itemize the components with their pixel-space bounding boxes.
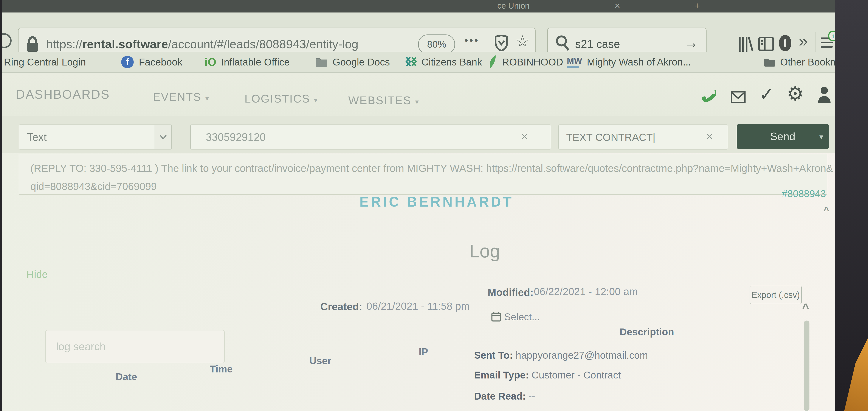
log-title: Log [469, 240, 500, 262]
new-tab-icon[interactable]: + [694, 0, 700, 11]
scroll-up-icon[interactable]: ^ [802, 301, 809, 315]
date-read-value: -- [526, 390, 535, 402]
settings-gear-icon[interactable]: ⚙ [786, 82, 804, 105]
recipient-input[interactable]: 3305929120 × [190, 124, 551, 149]
column-header-ip[interactable]: IP [419, 346, 428, 358]
nav-logistics[interactable]: LOGISTICS ▾ [245, 92, 318, 105]
tasks-check-icon[interactable]: ✓ [759, 84, 774, 105]
bookmark-star-icon[interactable]: ☆ [515, 32, 530, 51]
tracking-shield-icon[interactable] [495, 35, 508, 51]
nav-events-label: EVENTS [153, 91, 202, 103]
search-icon [555, 35, 570, 51]
monitor-photo: ce Union × + https://rental.software/acc… [0, 0, 868, 411]
browser-tab-strip: ce Union × + [0, 0, 835, 12]
sidebar-icon[interactable] [758, 37, 774, 51]
message-line1: (REPLY TO: 330-595-4111 ) The link to yo… [30, 159, 827, 177]
bookmark-facebook[interactable]: f Facebook [121, 52, 182, 72]
export-csv-button[interactable]: Export (.csv) [750, 286, 802, 304]
library-icon[interactable] [737, 35, 753, 53]
overflow-chevron-icon[interactable]: » [799, 31, 808, 50]
extension-badge-icon[interactable] [779, 35, 792, 51]
recipient-value: 3305929120 [206, 131, 266, 143]
chevron-down-icon: ▾ [415, 97, 420, 106]
bookmark-label: Citizens Bank [422, 56, 482, 68]
hide-link[interactable]: Hide [27, 268, 48, 280]
column-header-date[interactable]: Date [116, 371, 137, 383]
page-content: DASHBOARDS EVENTS ▾ LOGISTICS ▾ WEBSITES… [2, 73, 835, 411]
nav-events[interactable]: EVENTS ▾ [153, 90, 210, 104]
message-type-value: Text [27, 131, 47, 143]
send-options-caret-icon[interactable]: ▾ [819, 132, 823, 141]
column-header-user[interactable]: User [309, 355, 331, 366]
nav-websites[interactable]: WEBSITES ▾ [348, 94, 420, 107]
scrollbar-thumb[interactable] [804, 321, 809, 411]
message-textarea[interactable]: (REPLY TO: 330-595-4111 ) The link to yo… [19, 154, 827, 195]
message-line2: qid=8088943&cid=7069099 [30, 177, 827, 196]
url-text[interactable]: https://rental.software/account/#/leads/… [46, 37, 359, 51]
inflatable-office-icon: iO [205, 56, 216, 68]
bookmark-label: Mighty Wash of Akron... [587, 56, 691, 68]
citizens-bank-icon [405, 56, 417, 68]
bookmark-robinhood[interactable]: ROBINHOOD [488, 52, 563, 72]
clear-subject-icon[interactable]: × [706, 129, 713, 143]
bookmark-google-docs-folder[interactable]: Google Docs [315, 52, 390, 72]
user-profile-icon[interactable] [817, 86, 831, 103]
bookmark-citizens-bank[interactable]: Citizens Bank [405, 52, 482, 72]
bookmark-label: Ring Central Login [4, 56, 86, 68]
extension-badge-glyph [784, 39, 786, 47]
date-select-trigger[interactable]: Select... [504, 311, 540, 323]
tab-title[interactable]: ce Union [497, 1, 530, 10]
date-read-label: Date Read: [474, 390, 526, 402]
lead-name: ERIC BERNHARDT [360, 194, 514, 210]
page-actions-icon[interactable]: ••• [465, 34, 479, 46]
email-type-label: Email Type: [474, 370, 529, 381]
bookmark-label: ROBINHOOD [502, 56, 563, 68]
created-label: Created: [320, 301, 362, 313]
url-domain: rental.software [82, 37, 168, 51]
clear-recipient-icon[interactable]: × [521, 129, 528, 143]
log-row-date-read: Date Read: -- [474, 390, 535, 402]
column-header-description[interactable]: Description [620, 326, 674, 338]
text-cursor: | [653, 131, 655, 143]
robinhood-feather-icon [488, 55, 497, 69]
nav-logistics-label: LOGISTICS [245, 92, 310, 105]
chevron-down-icon: ▾ [206, 94, 210, 102]
url-prefix: https:// [46, 37, 82, 51]
chevron-down-icon: ▾ [314, 96, 318, 104]
phone-icon[interactable] [701, 88, 716, 104]
nav-websites-label: WEBSITES [348, 94, 411, 107]
tab-close-icon[interactable]: × [615, 0, 620, 11]
folder-icon [764, 57, 776, 67]
calendar-icon [491, 312, 501, 322]
monitor-bezel-right [835, 0, 868, 411]
log-search-placeholder: log search [56, 340, 106, 353]
url-path: /account/#/leads/8088943/entity-log [168, 37, 358, 51]
modified-value: 06/22/2021 - 12:00 am [534, 286, 638, 297]
bookmark-ring-central[interactable]: Ring Central Login [4, 52, 86, 72]
bookmark-label: Inflatable Office [221, 56, 290, 68]
collapse-chevron-icon[interactable]: ^ [824, 205, 829, 216]
email-type-value: Customer - Contract [529, 370, 621, 381]
search-go-icon[interactable]: → [684, 34, 699, 51]
send-button[interactable]: Send ▾ [737, 124, 829, 149]
folder-icon [315, 57, 328, 67]
email-icon[interactable] [731, 91, 746, 104]
column-header-time[interactable]: Time [210, 363, 233, 375]
bookmark-mighty-wash[interactable]: MW Mighty Wash of Akron... [567, 52, 691, 72]
bookmark-label: Google Docs [333, 56, 390, 68]
log-row-email-type: Email Type: Customer - Contract [474, 369, 621, 381]
search-input[interactable]: s21 case [575, 37, 620, 51]
message-type-select[interactable]: Text [19, 124, 172, 149]
nav-dashboards[interactable]: DASHBOARDS [16, 87, 110, 101]
bookmark-inflatable-office[interactable]: iO Inflatable Office [205, 52, 290, 72]
zoom-level-badge[interactable]: 80% [418, 34, 455, 54]
created-value: 06/21/2021 - 11:58 pm [366, 300, 469, 312]
select-chevron-button[interactable] [155, 125, 172, 149]
bookmark-label: Facebook [139, 56, 182, 68]
subject-input[interactable]: TEXT CONTRACT| × [558, 124, 728, 149]
log-row-sent-to: Sent To: happyorange27@hotmail.com [474, 349, 648, 361]
log-search-input[interactable]: log search [45, 330, 225, 363]
sent-to-value: happyorange27@hotmail.com [513, 350, 648, 361]
subject-value: TEXT CONTRACT| [566, 131, 655, 143]
monitor-bezel-left [0, 0, 2, 411]
